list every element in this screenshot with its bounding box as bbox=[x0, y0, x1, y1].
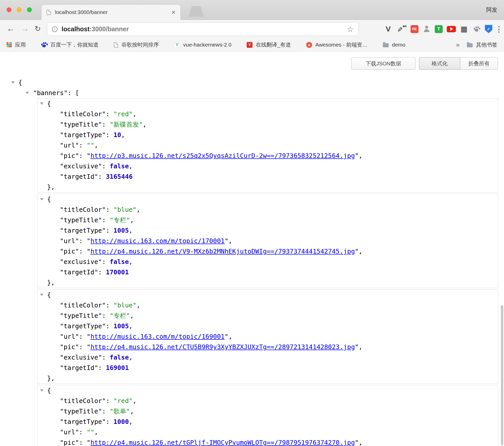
qrcode-extension-icon[interactable]: ▦ bbox=[460, 25, 468, 33]
bookmarks-right: » 其他书签 bbox=[456, 41, 497, 49]
bookmark-item[interactable]: aAwesomes - 前端资… bbox=[306, 41, 368, 48]
bookmark-item[interactable]: demo bbox=[383, 42, 405, 48]
json-token: , bbox=[129, 418, 133, 425]
json-token: , bbox=[129, 354, 133, 361]
json-token: : bbox=[102, 216, 110, 224]
url-path: :3000/banner bbox=[90, 25, 129, 33]
bookmark-item[interactable]: Vvue-hackernews-2.0 bbox=[174, 42, 231, 48]
browser-menu-button[interactable]: ⋮ bbox=[496, 25, 501, 34]
bookmarks-items: 应用百度一下，你就知道谷歌按时间排序Vvue-hackernews-2.0Y在线… bbox=[7, 41, 421, 48]
json-token: , bbox=[129, 322, 133, 330]
json-token: , bbox=[143, 121, 147, 128]
json-property-typeTitle: "typeTitle": "歌单", bbox=[37, 406, 498, 417]
json-token: { bbox=[18, 79, 22, 86]
json-token: : bbox=[106, 131, 114, 139]
json-property-pic: "pic": "http://p4.music.126.net/V9-MXz6b… bbox=[37, 246, 498, 257]
json-token: , bbox=[129, 227, 133, 234]
json-token: , bbox=[130, 312, 134, 319]
collapse-toggle-icon[interactable] bbox=[40, 198, 44, 200]
json-token: " bbox=[355, 248, 359, 255]
json-token: , bbox=[359, 248, 362, 255]
json-token: "targetType" bbox=[60, 227, 106, 234]
bookmark-item[interactable]: 百度一下，你就知道 bbox=[41, 41, 99, 48]
baidu-paw-icon bbox=[41, 42, 47, 48]
json-url-link[interactable]: http://music.163.com/m/topic/169001 bbox=[90, 333, 225, 340]
other-bookmarks[interactable]: 其他书签 bbox=[467, 41, 497, 48]
new-tab-button[interactable] bbox=[188, 6, 204, 17]
json-token: : bbox=[102, 162, 110, 170]
vimium-extension-icon[interactable]: V bbox=[384, 25, 393, 33]
browser-tab[interactable]: localhost:3000/banner × bbox=[41, 4, 181, 20]
forward-button[interactable]: → bbox=[21, 24, 29, 33]
download-json-button[interactable]: 下载JSON数据 bbox=[351, 57, 415, 70]
json-token: , bbox=[130, 216, 134, 224]
minimize-window-button[interactable] bbox=[17, 7, 22, 12]
paw-extension-icon[interactable] bbox=[472, 25, 481, 33]
zoom-window-button[interactable] bbox=[27, 7, 32, 12]
reload-button[interactable]: ↻ bbox=[35, 24, 41, 33]
json-token: 1000 bbox=[114, 418, 129, 425]
collapse-toggle-icon[interactable] bbox=[25, 92, 29, 94]
json-token: : bbox=[79, 343, 87, 351]
folder-icon bbox=[467, 43, 473, 47]
json-token: " bbox=[225, 237, 228, 245]
translate-extension-icon[interactable]: ✎ en bbox=[397, 24, 407, 34]
json-property-typeTitle: "typeTitle": "专栏", bbox=[37, 310, 498, 321]
info-icon[interactable]: i bbox=[52, 26, 58, 32]
json-token: : bbox=[102, 408, 110, 415]
json-property-targetType: "targetType": 10, bbox=[37, 130, 498, 140]
fe-extension-icon[interactable]: FE bbox=[411, 25, 418, 33]
format-button[interactable]: 格式化 bbox=[419, 57, 460, 70]
collapse-toggle-icon[interactable] bbox=[11, 81, 15, 84]
bookmark-item[interactable]: 谷歌按时间排序 bbox=[114, 41, 159, 48]
json-property-typeTitle: "typeTitle": "新碟首发", bbox=[37, 119, 498, 130]
collapse-toggle-icon[interactable] bbox=[40, 389, 44, 392]
shield-t-extension-icon[interactable]: T bbox=[435, 25, 443, 33]
bookmark-item[interactable]: 应用 bbox=[7, 41, 26, 48]
json-url-link[interactable]: http://p3.music.126.net/s25q2x5QyqsAzilC… bbox=[90, 152, 355, 159]
json-token: "blue" bbox=[114, 302, 136, 309]
json-property-exclusive: "exclusive": false, bbox=[37, 257, 498, 267]
bookmark-label: Awesomes - 前端资… bbox=[315, 41, 368, 48]
json-property-titleColor: "titleColor": "blue", bbox=[37, 300, 498, 310]
json-url-link[interactable]: http://p4.music.126.net/V9-MXz6b2MNhEKju… bbox=[90, 248, 355, 255]
profile-name[interactable]: 阿发 bbox=[486, 6, 497, 14]
collapse-toggle-icon[interactable] bbox=[40, 102, 44, 105]
bookmark-label: demo bbox=[392, 42, 405, 48]
json-url-link[interactable]: http://music.163.com/m/topic/170001 bbox=[90, 237, 225, 245]
bookmark-label: 应用 bbox=[15, 41, 26, 48]
json-token: "blue" bbox=[114, 206, 136, 213]
page-favicon-icon bbox=[47, 10, 51, 15]
bookmark-item[interactable]: Y在线翻译_有道 bbox=[247, 41, 291, 48]
json-token: }, bbox=[47, 183, 55, 191]
url-bar[interactable]: i localhost:3000/banner ☆ bbox=[47, 22, 358, 36]
json-token: "typeTitle" bbox=[60, 408, 102, 415]
json-token: : bbox=[106, 302, 114, 309]
awesomes-icon: a bbox=[306, 42, 312, 48]
tab-title: localhost:3000/banner bbox=[55, 9, 172, 15]
json-token: "" bbox=[87, 428, 94, 436]
json-token: "url" bbox=[60, 142, 79, 149]
json-token: : bbox=[102, 312, 110, 319]
bookmarks-overflow-chevron[interactable]: » bbox=[456, 41, 460, 49]
json-url-link[interactable]: http://p4.music.126.net/tGPljf-IMOCyPvum… bbox=[90, 439, 355, 446]
youtube-extension-icon[interactable] bbox=[447, 26, 456, 32]
json-property-targetType: "targetType": 1005, bbox=[37, 225, 498, 236]
back-button[interactable]: ← bbox=[7, 24, 15, 33]
url-host: localhost bbox=[62, 25, 90, 33]
close-window-button[interactable] bbox=[7, 7, 11, 12]
accounts-extension-icon[interactable] bbox=[423, 25, 431, 33]
json-token: " bbox=[87, 439, 90, 446]
json-token: 10 bbox=[114, 131, 121, 139]
security-shield-extension-icon[interactable]: ✓ bbox=[485, 25, 492, 33]
tab-close-icon[interactable]: × bbox=[172, 9, 175, 16]
object-open: { bbox=[37, 98, 498, 109]
collapse-all-button[interactable]: 折叠所有 bbox=[460, 57, 498, 70]
json-token: { bbox=[47, 291, 51, 299]
banner-object-2: {"titleColor": "blue","typeTitle": "专栏",… bbox=[37, 194, 498, 288]
page-icon bbox=[114, 42, 118, 48]
collapse-toggle-icon[interactable] bbox=[40, 294, 44, 296]
scrollbar-thumb[interactable] bbox=[501, 305, 503, 445]
bookmark-star-icon[interactable]: ☆ bbox=[347, 25, 354, 34]
json-url-link[interactable]: http://p4.music.126.net/CTU5B9R9y3XyYBZX… bbox=[90, 343, 355, 351]
